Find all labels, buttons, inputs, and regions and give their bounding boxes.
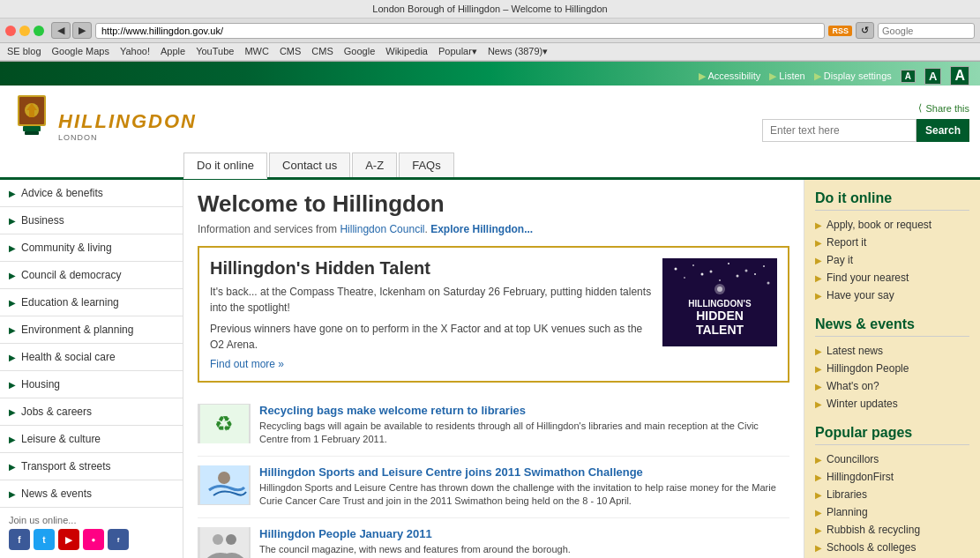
sidebar-item-transport[interactable]: ▶ Transport & streets	[0, 453, 183, 480]
svg-point-14	[719, 279, 721, 281]
rs-item-whats-on[interactable]: ▶ What's on?	[815, 377, 969, 395]
tab-do-it-online[interactable]: Do it online	[183, 153, 267, 179]
rs-item-planning[interactable]: ▶ Planning	[815, 503, 969, 521]
friendface-icon[interactable]: f	[108, 529, 129, 550]
svg-rect-25	[200, 465, 249, 504]
twitter-icon[interactable]: t	[34, 529, 55, 550]
tab-a-z[interactable]: A-Z	[352, 153, 397, 177]
tab-faqs[interactable]: FAQs	[399, 153, 454, 177]
rs-arrow-icon: ▶	[815, 291, 822, 301]
bookmark-wikipedia[interactable]: Wikipedia	[385, 46, 428, 57]
maximize-button-tl[interactable]	[34, 26, 44, 36]
arrow-icon: ▶	[9, 489, 16, 499]
news-body-swimathon: Hillingdon Sports and Leisure Centre has…	[259, 481, 789, 509]
sidebar-item-environment[interactable]: ▶ Environment & planning	[0, 316, 183, 344]
rs-item-latest-news[interactable]: ▶ Latest news	[815, 342, 969, 360]
sidebar-item-community[interactable]: ▶ Community & living	[0, 234, 183, 262]
bookmark-google[interactable]: Google	[344, 46, 375, 57]
svg-point-11	[763, 265, 765, 267]
bookmark-mwc[interactable]: MWC	[244, 46, 269, 57]
svg-point-17	[767, 282, 770, 285]
sidebar-item-housing[interactable]: ▶ Housing	[0, 371, 183, 398]
forward-button[interactable]: ▶	[72, 22, 92, 39]
facebook-icon[interactable]: f	[9, 529, 30, 550]
news-thumb-people	[198, 527, 251, 558]
sidebar-item-leisure[interactable]: ▶ Leisure & culture	[0, 426, 183, 453]
featured-text: Hillingdon's Hidden Talent It's back... …	[210, 258, 654, 370]
bookmarks-bar: SE blog Google Maps Yahoo! Apple YouTube…	[0, 43, 980, 61]
sidebar-item-business[interactable]: ▶ Business	[0, 207, 183, 234]
bookmark-apple[interactable]: Apple	[161, 46, 185, 57]
bookmark-popular[interactable]: Popular▾	[438, 46, 477, 57]
bookmark-yahoo[interactable]: Yahoo!	[120, 46, 150, 57]
sidebar-item-advice[interactable]: ▶ Advice & benefits	[0, 180, 183, 207]
featured-desc1: It's back... at the Compass Theatre, Ick…	[210, 284, 654, 316]
google-search-input[interactable]	[882, 26, 970, 36]
rs-item-say[interactable]: ▶ Have your say	[815, 286, 969, 304]
sidebar-item-education[interactable]: ▶ Education & learning	[0, 289, 183, 316]
featured-img-svg: HILLINGDON'S HIDDEN TALENT	[662, 258, 777, 346]
address-bar[interactable]: http://www.hillingdon.gov.uk/	[95, 23, 825, 39]
featured-more-link[interactable]: Find out more »	[210, 358, 284, 370]
rs-arrow-icon: ▶	[815, 273, 822, 283]
news-content-people: Hillingdon People January 2011 The counc…	[259, 527, 789, 558]
news-title-people[interactable]: Hillingdon People January 2011	[259, 527, 789, 540]
minimize-button-tl[interactable]	[19, 26, 30, 36]
refresh-button[interactable]: ↺	[856, 22, 874, 39]
bookmark-news[interactable]: News (3879)▾	[488, 46, 548, 57]
font-size-small[interactable]: A	[901, 70, 916, 83]
site-search-button[interactable]: Search	[916, 119, 969, 142]
url-text: http://www.hillingdon.gov.uk/	[101, 26, 223, 36]
sidebar-item-health[interactable]: ▶ Health & social care	[0, 344, 183, 371]
rss-button[interactable]: RSS	[828, 26, 852, 36]
share-button[interactable]: ⟨ Share this	[918, 102, 969, 114]
rs-arrow-icon: ▶	[815, 508, 822, 517]
rs-item-rubbish[interactable]: ▶ Rubbish & recycling	[815, 521, 969, 539]
rs-item-apply[interactable]: ▶ Apply, book or request	[815, 216, 969, 234]
rs-item-report[interactable]: ▶ Report it	[815, 234, 969, 251]
council-link[interactable]: Hillingdon Council	[340, 223, 424, 235]
news-item-recycling: ♻ Recycling bags make welcome return to …	[198, 395, 789, 457]
rs-item-pay[interactable]: ▶ Pay it	[815, 251, 969, 269]
sidebar-item-council[interactable]: ▶ Council & democracy	[0, 262, 183, 289]
accessibility-link[interactable]: ▶ Accessibility	[699, 71, 760, 82]
rs-item-schools[interactable]: ▶ Schools & colleges	[815, 539, 969, 556]
bookmark-googlemaps[interactable]: Google Maps	[52, 46, 109, 57]
bookmark-seblog[interactable]: SE blog	[7, 46, 41, 57]
svg-point-13	[701, 273, 704, 276]
arrow-icon: ▶	[9, 325, 16, 335]
rs-item-hillingtonfirst[interactable]: ▶ HillingdonFirst	[815, 468, 969, 486]
font-size-medium[interactable]: A	[924, 68, 941, 85]
flickr-icon[interactable]: ●	[83, 529, 104, 550]
sidebar-item-jobs[interactable]: ▶ Jobs & careers	[0, 398, 183, 426]
rs-arrow-icon: ▶	[815, 256, 822, 265]
site-search-input[interactable]	[762, 119, 916, 142]
bookmark-cms2[interactable]: CMS	[311, 46, 333, 57]
svg-text:HILLINGDON'S: HILLINGDON'S	[688, 299, 752, 309]
back-button[interactable]: ◀	[51, 22, 71, 39]
news-content-recycling: Recycling bags make welcome return to li…	[259, 404, 789, 447]
sidebar-item-news[interactable]: ▶ News & events	[0, 480, 183, 508]
display-settings-link[interactable]: ▶ Display settings	[814, 71, 892, 82]
font-size-large[interactable]: A	[950, 66, 969, 86]
browser-controls: ◀ ▶ http://www.hillingdon.gov.uk/ RSS ↺	[0, 19, 980, 43]
news-title-recycling[interactable]: Recycling bags make welcome return to li…	[259, 404, 789, 417]
explore-link[interactable]: Explore Hillingdon...	[430, 223, 533, 235]
listen-link[interactable]: ▶ Listen	[769, 71, 804, 82]
bookmark-cms1[interactable]: CMS	[280, 46, 301, 57]
content-layout: ▶ Advice & benefits ▶ Business ▶ Communi…	[0, 180, 980, 558]
rs-arrow-icon: ▶	[815, 525, 822, 535]
arrow-icon: ▶	[9, 189, 16, 198]
rs-item-nearest[interactable]: ▶ Find your nearest	[815, 269, 969, 286]
google-search-bar[interactable]	[878, 23, 975, 39]
close-button-tl[interactable]	[5, 26, 16, 36]
rs-item-winter[interactable]: ▶ Winter updates	[815, 395, 969, 413]
rs-item-hillingdon-people[interactable]: ▶ Hillingdon People	[815, 360, 969, 377]
youtube-icon[interactable]: ▶	[58, 529, 79, 550]
rs-item-libraries[interactable]: ▶ Libraries	[815, 486, 969, 503]
bookmark-youtube[interactable]: YouTube	[196, 46, 234, 57]
tab-contact-us[interactable]: Contact us	[269, 153, 350, 177]
rs-item-councillors[interactable]: ▶ Councillors	[815, 450, 969, 468]
svg-point-16	[754, 273, 756, 275]
news-title-swimathon[interactable]: Hillingdon Sports and Leisure Centre joi…	[259, 465, 789, 479]
